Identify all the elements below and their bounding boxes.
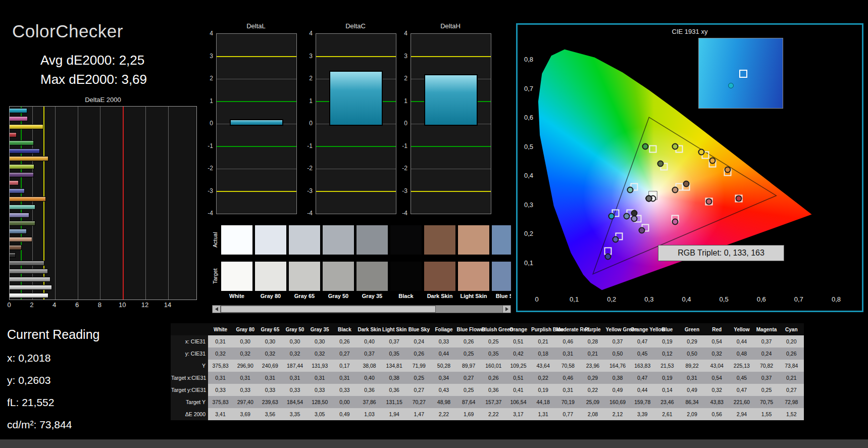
table-cell: 0,29: [680, 335, 704, 347]
table-cell: 2,12: [605, 408, 630, 420]
table-cell: 131,15: [382, 396, 406, 408]
y-tick-label: 0,3: [524, 201, 533, 208]
y-tick-label: -2: [307, 165, 313, 172]
y-tick-label: 1: [404, 97, 407, 105]
current-reading-title: Current Reading: [7, 327, 169, 342]
scroll-right-button[interactable]: [502, 306, 510, 313]
table-cell: 375,83: [208, 396, 233, 408]
table-cell: 0,37: [382, 335, 406, 347]
cie-measured-magenta: [672, 219, 679, 225]
table-cell: 0,26: [406, 347, 431, 360]
scrollbar-track[interactable]: [221, 306, 502, 313]
table-cell: 48,98: [431, 396, 456, 408]
ref-line: [217, 146, 296, 147]
column-header-purplish-blue: Purplish Blue: [531, 323, 555, 335]
inset-measured-point: [728, 83, 734, 88]
table-cell: 0,32: [282, 347, 307, 360]
y-tick-label: 1: [210, 97, 213, 105]
actual-patch-light-skin[interactable]: [458, 225, 489, 255]
actual-patch-gray-65[interactable]: [289, 225, 320, 255]
table-cell: 0,31: [680, 372, 704, 384]
actual-patch-white[interactable]: [221, 225, 252, 255]
y-tick-label: -3: [402, 187, 407, 194]
patch-scrollbar[interactable]: [212, 305, 511, 313]
table-row: ΔE 20003,413,693,563,353,050,491,031,941…: [171, 408, 804, 420]
y-tick-label: 0,2: [524, 230, 533, 237]
ref-line: [217, 101, 296, 102]
patch-name-label: Blue Sky: [492, 293, 511, 299]
column-header-magenta: Magenta: [754, 323, 779, 335]
table-cell: 23,46: [655, 396, 680, 408]
actual-patch-gray-50[interactable]: [323, 225, 354, 255]
target-patch-gray-65[interactable]: [289, 262, 320, 291]
table-cell: 0,46: [555, 372, 580, 384]
table-cell: 0,21: [779, 372, 804, 384]
table-row: Target x:CIE310,310,310,310,310,310,310,…: [171, 372, 804, 384]
deltae-bar-moderate-red: [10, 180, 19, 185]
target-patch-dark-skin[interactable]: [424, 262, 455, 291]
table-cell: 0,25: [456, 347, 481, 360]
x-tick-label: 6: [75, 301, 79, 309]
deltae-bar-dark-skin: [10, 245, 22, 250]
table-cell: 0,51: [506, 335, 531, 347]
table-cell: 221,60: [729, 396, 754, 408]
table-cell: 2,09: [680, 408, 704, 420]
actual-patch-dark-skin[interactable]: [424, 225, 455, 255]
x-tick-label: 14: [164, 301, 171, 309]
reading-cdm2: cd/m²: 73,844: [7, 419, 169, 431]
ref-line: [316, 191, 396, 192]
table-cell: 0,25: [406, 372, 431, 384]
table-cell: 1,52: [779, 408, 804, 420]
table-cell: 0,47: [729, 384, 754, 396]
table-cell: 0,26: [779, 347, 804, 360]
cie-measured-blue-sky: [623, 213, 630, 219]
target-patch-gray-80[interactable]: [255, 262, 286, 291]
patch-name-label: Black: [390, 293, 422, 299]
actual-patch-blue-sky[interactable]: [492, 225, 511, 255]
delta-bar: [329, 71, 383, 126]
x-tick-label: 4: [53, 301, 56, 309]
deltac-plot: [316, 33, 396, 214]
scroll-left-button[interactable]: [213, 306, 221, 313]
page-title: ColorChecker: [12, 21, 123, 41]
table-cell: 1,31: [531, 408, 555, 420]
target-patch-gray-35[interactable]: [356, 262, 388, 291]
target-patch-white[interactable]: [221, 262, 252, 291]
table-cell: 23,96: [580, 360, 605, 372]
table-cell: 157,37: [481, 396, 506, 408]
scrollbar-thumb[interactable]: [221, 306, 436, 313]
table-cell: 0,30: [233, 335, 258, 347]
cie-diagram-panel: CIE 1931 xy 00,10,20,30,40,50,60,70,80,1…: [516, 23, 863, 312]
y-tick-label: 0,6: [524, 114, 533, 121]
target-patch-black[interactable]: [390, 262, 422, 291]
target-patch-light-skin[interactable]: [458, 262, 489, 291]
x-tick-label: 0: [7, 301, 11, 309]
target-patch-gray-50[interactable]: [323, 262, 354, 291]
x-tick-label: 0: [535, 295, 538, 303]
table-cell: 0,36: [382, 384, 406, 396]
deltae-bar-foliage: [10, 221, 35, 226]
target-patch-blue-sky[interactable]: [492, 262, 511, 291]
table-cell: 0,32: [704, 347, 729, 360]
cie-measured-orange-yellow: [709, 158, 716, 164]
table-cell: 164,76: [605, 360, 630, 372]
column-header-red: Red: [704, 323, 729, 335]
table-cell: 3,69: [233, 408, 258, 420]
actual-patch-black[interactable]: [390, 225, 422, 255]
table-cell: 239,63: [258, 396, 282, 408]
deltae2000-plot: [9, 106, 197, 300]
cie-measured-cyan: [608, 213, 615, 219]
table-cell: 0,26: [481, 372, 506, 384]
ref-line-red: [123, 107, 124, 300]
y-tick-label: 4: [404, 30, 407, 37]
column-header-light-skin: Light Skin: [382, 323, 406, 335]
actual-patch-gray-35[interactable]: [356, 225, 388, 255]
table-cell: 0,20: [779, 335, 804, 347]
y-tick-label: 0: [404, 120, 407, 127]
table-cell: 0,36: [481, 384, 506, 396]
cie-measured-light-skin: [672, 186, 679, 193]
actual-patch-gray-80[interactable]: [255, 225, 286, 255]
rgb-triplet-label: RGB Triplet: 0, 133, 163: [658, 245, 784, 261]
table-cell: 0,19: [655, 372, 680, 384]
column-header-moderate-red: Moderate Red: [555, 323, 580, 335]
